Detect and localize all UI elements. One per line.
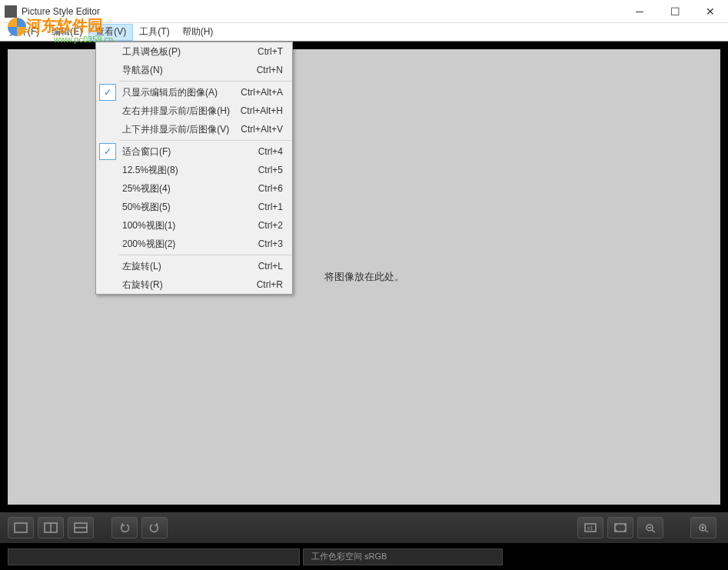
svg-rect-0 [15,523,27,532]
status-left [8,548,300,565]
svg-line-12 [705,530,708,532]
menu-item-label: 12.5%视图(8) [122,164,178,177]
window-controls: ─ ☐ ✕ [622,0,728,23]
menu-item-label: 只显示编辑后的图像(A) [122,86,218,99]
menu-tools[interactable]: 工具(T) [133,24,175,41]
view-split-vertical-button[interactable] [68,517,94,538]
menu-item-label: 50%视图(5) [122,201,171,214]
menu-item-label: 左右并排显示前/后图像(H) [122,105,230,118]
menu-edit[interactable]: 编辑(E) [45,24,88,41]
zoom-fit-button[interactable] [607,517,633,538]
menu-item-1[interactable]: 导航器(N)Ctrl+N [96,61,292,79]
zoom-actual-button[interactable]: x1 [577,517,603,538]
rotate-right-button[interactable] [141,517,168,538]
menu-help[interactable]: 帮助(H) [176,24,220,41]
view-single-button[interactable] [8,517,34,538]
close-button[interactable]: ✕ [693,0,728,23]
canvas-placeholder: 将图像放在此处。 [324,270,404,284]
zoom-out-button[interactable] [637,517,663,538]
menu-item-5[interactable]: 上下并排显示前/后图像(V)Ctrl+Alt+V [96,120,292,138]
menubar: 文件(F) 编辑(E) 查看(V) 工具(T) 帮助(H) [0,23,728,42]
statusbar: 工作色彩空间 sRGB [0,543,728,570]
menu-item-0[interactable]: 工具调色板(P)Ctrl+T [96,42,292,61]
menu-item-3[interactable]: ✓只显示编辑后的图像(A)Ctrl+Alt+A [96,83,292,102]
menu-item-14[interactable]: 左旋转(L)Ctrl+L [96,257,292,275]
view-split-horizontal-button[interactable] [38,517,64,538]
menu-item-shortcut: Ctrl+T [258,46,283,57]
menu-separator [119,140,292,141]
menu-item-10[interactable]: 50%视图(5)Ctrl+1 [96,198,292,216]
bottom-toolbar: x1 [0,512,728,543]
menu-separator [119,81,292,82]
svg-line-9 [652,530,655,532]
menu-item-label: 200%视图(2) [122,238,175,251]
menu-item-label: 100%视图(1) [122,219,175,232]
menu-item-label: 上下并排显示前/后图像(V) [122,123,229,136]
menu-file[interactable]: 文件(F) [3,24,45,41]
menu-view[interactable]: 查看(V) [88,24,133,41]
menu-item-4[interactable]: 左右并排显示前/后图像(H)Ctrl+Alt+H [96,102,292,120]
minimize-button[interactable]: ─ [622,0,657,23]
menu-item-shortcut: Ctrl+Alt+H [241,105,283,116]
menu-item-label: 左旋转(L) [122,260,161,273]
menu-item-label: 25%视图(4) [122,182,171,195]
menu-item-shortcut: Ctrl+Alt+V [241,124,283,135]
menu-item-shortcut: Ctrl+N [257,65,283,75]
maximize-button[interactable]: ☐ [657,0,693,23]
menu-item-shortcut: Ctrl+2 [258,220,283,231]
menu-item-15[interactable]: 右旋转(R)Ctrl+R [96,275,292,294]
menu-item-label: 导航器(N) [122,64,163,77]
menu-item-shortcut: Ctrl+R [257,279,283,290]
rotate-left-button[interactable] [111,517,138,538]
svg-text:x1: x1 [587,525,593,531]
menu-item-label: 适合窗口(F) [122,145,171,158]
status-colorspace: 工作色彩空间 sRGB [303,548,503,565]
menu-item-label: 右旋转(R) [122,278,163,292]
zoom-in-button[interactable] [690,517,716,538]
menu-item-shortcut: Ctrl+5 [258,165,283,175]
menu-separator [119,255,292,255]
check-icon: ✓ [99,84,116,101]
menu-item-9[interactable]: 25%视图(4)Ctrl+6 [96,179,292,198]
check-icon: ✓ [99,143,116,160]
menu-item-label: 工具调色板(P) [122,45,181,58]
titlebar: Picture Style Editor ─ ☐ ✕ [0,0,728,23]
menu-item-shortcut: Ctrl+L [258,261,283,272]
menu-item-7[interactable]: ✓适合窗口(F)Ctrl+4 [96,142,292,161]
menu-item-shortcut: Ctrl+Alt+A [241,87,283,98]
menu-item-8[interactable]: 12.5%视图(8)Ctrl+5 [96,161,292,179]
menu-item-shortcut: Ctrl+4 [258,146,283,157]
menu-item-shortcut: Ctrl+1 [258,202,283,212]
menu-item-shortcut: Ctrl+3 [258,238,283,249]
menu-item-shortcut: Ctrl+6 [258,183,283,194]
app-icon [5,5,17,18]
window-title: Picture Style Editor [22,6,100,17]
view-menu-dropdown: 工具调色板(P)Ctrl+T导航器(N)Ctrl+N✓只显示编辑后的图像(A)C… [95,42,293,295]
menu-item-11[interactable]: 100%视图(1)Ctrl+2 [96,216,292,235]
menu-item-12[interactable]: 200%视图(2)Ctrl+3 [96,235,292,253]
